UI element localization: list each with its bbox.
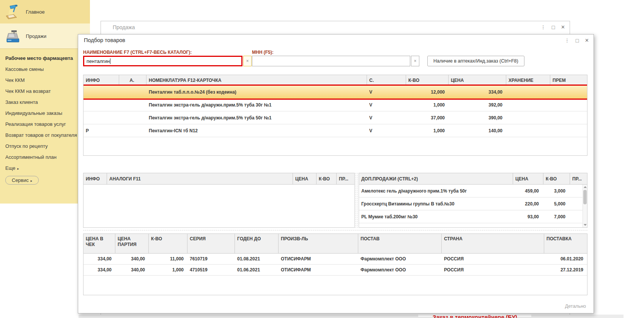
sidebar-item-kkm-return[interactable]: Чек ККМ на возврат xyxy=(0,86,90,97)
table-row[interactable]: 334,00340,0011,000761071901.08.2021ОТИСИ… xyxy=(83,254,587,265)
table-cell: V xyxy=(367,99,406,111)
column-header[interactable]: К-ВО xyxy=(406,75,449,85)
sidebar-section-sales[interactable]: Продажи xyxy=(0,23,90,49)
vertical-splitter[interactable] xyxy=(356,173,357,228)
sidebar-item-individual-orders[interactable]: Индивидуальные заказы xyxy=(0,108,90,119)
column-header[interactable]: ИНФО xyxy=(83,173,107,184)
chevron-right-icon: ▸ xyxy=(17,167,19,171)
column-header[interactable]: ГОДЕН ДО xyxy=(235,234,279,253)
sidebar-item-pharmacist-workplace[interactable]: Рабочее место фармацевта xyxy=(0,53,90,64)
table-cell xyxy=(506,111,550,124)
column-header[interactable]: ЦЕНА В ЧЕК xyxy=(83,234,115,253)
table-cell: Р xyxy=(83,124,119,137)
table-cell: 334,00 xyxy=(83,254,115,264)
close-icon[interactable]: ✕ xyxy=(561,24,565,31)
column-header[interactable]: ПРЕМ xyxy=(550,75,587,85)
table-cell xyxy=(83,99,119,111)
upsell-table-body: Амелотекс гель д/наружного прим.1% туба … xyxy=(359,185,587,228)
maximize-icon[interactable]: □ xyxy=(576,37,579,44)
sidebar-section-main[interactable]: Главное xyxy=(0,0,90,23)
search-input[interactable]: пенталгин xyxy=(83,56,242,66)
maximize-icon[interactable]: □ xyxy=(552,24,555,31)
table-row[interactable]: Пенталгин экстра-гель д/наружн.прим.5% т… xyxy=(83,99,587,111)
table-cell xyxy=(550,111,587,124)
table-cell: 334,00 xyxy=(83,265,115,275)
table-cell xyxy=(119,86,146,99)
column-header[interactable]: ЦЕНА xyxy=(513,173,543,184)
sidebar-item-sales-of-services[interactable]: Реализация товаров услуг xyxy=(0,119,90,130)
table-cell xyxy=(119,111,146,124)
table-cell: V xyxy=(367,124,406,137)
table-row[interactable]: Пенталгин таб.п.п.о.№24 (без кодеина)V12… xyxy=(83,86,587,99)
column-header[interactable]: ПОСТАВКА xyxy=(544,234,587,253)
sidebar-item-assortment-plan[interactable]: Ассортиментный план xyxy=(0,152,90,163)
mnn-input[interactable] xyxy=(252,56,410,66)
sidebar-item-prescription-dispense[interactable]: Отпуск по рецепту xyxy=(0,141,90,152)
table-row[interactable]: PL Пассиплант капс №40379,006,000 xyxy=(359,223,587,228)
column-header[interactable]: ЦЕНА xyxy=(449,75,506,85)
table-row[interactable]: Пенталгин экстра-гель д/наружн.прим.5% т… xyxy=(83,111,587,124)
column-header[interactable]: ЦЕНА xyxy=(293,173,316,184)
column-header[interactable]: НОМЕНКЛАТУРА F12-КАРТОЧКА xyxy=(146,75,367,85)
table-cell: PL Пассиплант капс №40 xyxy=(359,223,513,228)
scroll-up-icon[interactable] xyxy=(584,186,587,188)
table-cell: 392,00 xyxy=(449,99,506,111)
sidebar-item-returns-from-buyer[interactable]: Возврат товаров от покупателя xyxy=(0,130,90,141)
availability-button[interactable]: Наличие в аптеках/Инд.заказ (Ctrl+F8) xyxy=(427,56,524,66)
menu-dots-icon[interactable]: ⋮ xyxy=(565,37,570,44)
column-header[interactable]: ПР... xyxy=(570,173,587,184)
search-clear-button[interactable]: × xyxy=(243,56,252,66)
sidebar-item-cash-shifts[interactable]: Кассовые смены xyxy=(0,64,90,75)
column-header[interactable]: АНАЛОГИ F11 xyxy=(107,173,293,184)
lamp-icon xyxy=(4,3,21,20)
column-header[interactable]: ПОСТАВ xyxy=(358,234,442,253)
column-header[interactable]: К-ВО xyxy=(149,234,187,253)
column-header[interactable]: ПРОИЗВ-ЛЬ xyxy=(279,234,358,253)
table-cell: PL Мумие таб.200мг №30 xyxy=(359,210,513,223)
table-row[interactable]: 334,00340,001,000471051901.06.2021ОТИСИФ… xyxy=(83,265,587,276)
horizontal-splitter[interactable] xyxy=(83,230,587,230)
sidebar-item-kkm-receipt[interactable]: Чек ККМ xyxy=(0,75,90,86)
column-header[interactable]: СЕРИЯ xyxy=(187,234,235,253)
service-label: Сервис xyxy=(12,177,29,183)
chevron-right-icon: ▸ xyxy=(31,179,33,183)
column-header[interactable]: К-ВО xyxy=(543,173,570,184)
column-header[interactable]: СТРАНА xyxy=(442,234,544,253)
column-header[interactable]: ИНФО xyxy=(83,75,119,85)
table-row[interactable]: РПенталгин-ICN тб N12V1,000140,00 xyxy=(83,124,587,137)
sidebar-item-client-order[interactable]: Заказ клиента xyxy=(0,97,90,108)
table-cell: Фармкомплект ООО xyxy=(358,254,442,264)
table-cell xyxy=(119,124,146,137)
column-header[interactable]: С. xyxy=(367,75,406,85)
service-button[interactable]: Сервис▸ xyxy=(5,176,39,185)
table-cell: 27.12.2019 xyxy=(544,265,587,275)
sidebar-item-more[interactable]: Еще▸ xyxy=(0,163,90,174)
vertical-scrollbar[interactable] xyxy=(583,185,587,227)
table-cell: 5,000 xyxy=(543,197,570,210)
column-header[interactable]: К-ВО xyxy=(316,173,337,184)
mnn-label: МНН (F5): xyxy=(252,50,274,55)
table-cell: 01.08.2021 xyxy=(235,254,279,264)
column-header[interactable]: ЦЕНА ПАРТИЯ xyxy=(115,234,149,253)
detail-link[interactable]: Детально xyxy=(565,304,586,309)
column-header[interactable]: ПР... xyxy=(337,173,354,184)
table-row[interactable]: Гроссхертц Витамины группы В таб.№30220,… xyxy=(359,197,587,210)
column-header[interactable]: ДОП.ПРОДАЖИ (CTRL+2) xyxy=(359,173,513,184)
column-header[interactable]: ХРАНЕНИЕ xyxy=(506,75,550,85)
background-panel-strip xyxy=(79,315,418,318)
scroll-down-icon[interactable] xyxy=(584,224,587,226)
mnn-clear-button[interactable]: × xyxy=(411,56,419,66)
close-icon[interactable]: ✕ xyxy=(585,37,589,44)
table-cell: ОТИСИФАРМ xyxy=(279,265,358,275)
column-header[interactable]: А. xyxy=(119,75,146,85)
table-cell xyxy=(506,99,550,111)
table-row[interactable]: Амелотекс гель д/наружного прим.1% туба … xyxy=(359,185,587,197)
table-cell: 93,00 xyxy=(513,210,543,223)
menu-dots-icon[interactable]: ⋮ xyxy=(541,24,546,31)
scrollbar-thumb[interactable] xyxy=(583,190,587,204)
table-cell: 340,00 xyxy=(115,254,149,264)
table-cell: Пенталгин таб.п.п.о.№24 (без кодеина) xyxy=(146,86,367,99)
table-cell: Пенталгин экстра-гель д/наружн.прим.5% т… xyxy=(146,99,367,111)
table-cell: 1,000 xyxy=(406,99,449,111)
table-row[interactable]: PL Мумие таб.200мг №3093,007,000 xyxy=(359,210,587,223)
